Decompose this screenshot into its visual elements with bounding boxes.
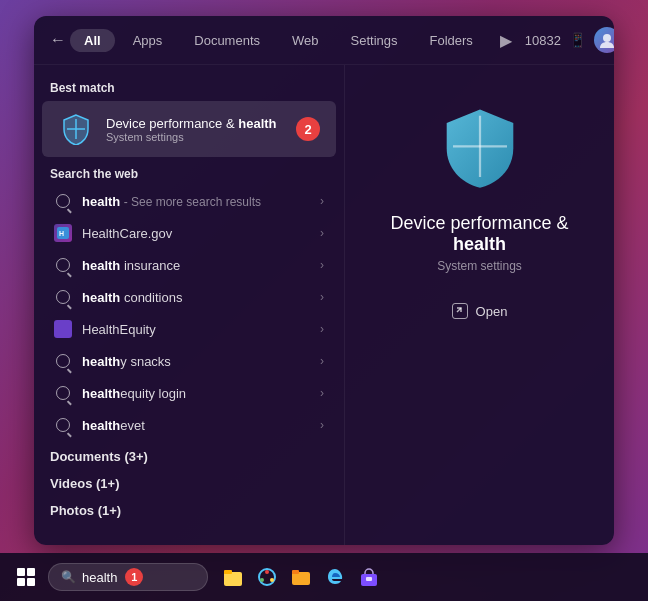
svg-rect-1 (224, 570, 232, 574)
search-icon (54, 416, 72, 434)
file-explorer-icon[interactable] (220, 564, 246, 590)
search-icon (54, 192, 72, 210)
search-icon (54, 288, 72, 306)
svg-point-4 (260, 578, 264, 582)
search-icon: 🔍 (61, 570, 76, 584)
chevron-icon: › (320, 418, 324, 432)
best-match-item[interactable]: Device performance & health System setti… (42, 101, 336, 157)
open-button[interactable]: Open (452, 297, 508, 325)
tab-settings[interactable]: Settings (337, 29, 412, 52)
chevron-icon: › (320, 194, 324, 208)
taskbar-app-icons (220, 564, 382, 590)
chevron-icon: › (320, 322, 324, 336)
search-icon (54, 352, 72, 370)
play-button[interactable]: ▶ (495, 29, 517, 51)
chevron-icon: › (320, 354, 324, 368)
app-icon: H (54, 224, 72, 242)
chevron-icon: › (320, 226, 324, 240)
search-item-text: health insurance (82, 258, 310, 273)
list-item[interactable]: H HealthCare.gov › (38, 217, 340, 249)
search-item-text: health - See more search results (82, 194, 310, 209)
photos-label[interactable]: Photos (1+) (50, 503, 328, 518)
nav-bar: ← All Apps Documents Web Settings Folder… (34, 16, 614, 65)
tab-apps[interactable]: Apps (119, 29, 177, 52)
tab-documents[interactable]: Documents (180, 29, 274, 52)
back-button[interactable]: ← (50, 26, 66, 54)
best-match-sub: System settings (106, 131, 284, 143)
list-item[interactable]: health - See more search results › (38, 185, 340, 217)
list-item[interactable]: healthequity login › (38, 377, 340, 409)
list-item[interactable]: health conditions › (38, 281, 340, 313)
tab-web[interactable]: Web (278, 29, 333, 52)
search-icon (54, 256, 72, 274)
search-popup: ← All Apps Documents Web Settings Folder… (34, 16, 614, 545)
store-icon[interactable] (356, 564, 382, 590)
svg-rect-0 (224, 572, 242, 586)
best-match-title: Device performance & health (106, 116, 284, 131)
web-section-label: Search the web (34, 157, 344, 185)
nav-right: ▶ 10832 📱 ... (495, 27, 614, 53)
taskbar: 🔍 health 1 (0, 553, 648, 601)
videos-label[interactable]: Videos (1+) (50, 476, 328, 491)
search-item-text: healthy snacks (82, 354, 310, 369)
nav-count: 10832 (525, 33, 561, 48)
main-content: Best match Device performance & health (34, 65, 614, 545)
svg-point-3 (265, 570, 269, 574)
right-panel: Device performance & health System setti… (344, 65, 614, 545)
phone-icon: 📱 (569, 32, 586, 48)
list-item[interactable]: healthevet › (38, 409, 340, 441)
search-item-text: HealthEquity (82, 322, 310, 337)
best-match-badge: 2 (296, 117, 320, 141)
svg-rect-7 (292, 570, 299, 574)
windows-logo-icon (17, 568, 35, 586)
search-item-text: health conditions (82, 290, 310, 305)
left-panel: Best match Device performance & health (34, 65, 344, 545)
search-text: health (82, 570, 117, 585)
photos-section: Photos (1+) (34, 495, 344, 522)
paint-icon[interactable] (254, 564, 280, 590)
svg-point-10 (603, 34, 611, 42)
svg-point-5 (270, 578, 274, 582)
search-icon (54, 384, 72, 402)
shield-icon-small (58, 111, 94, 147)
svg-text:H: H (59, 230, 64, 237)
list-item[interactable]: healthy snacks › (38, 345, 340, 377)
docs-section: Documents (3+) (34, 441, 344, 468)
folders-icon[interactable] (288, 564, 314, 590)
list-item[interactable]: HealthEquity › (38, 313, 340, 345)
search-item-text: HealthCare.gov (82, 226, 310, 241)
start-button[interactable] (12, 563, 40, 591)
result-subtitle: System settings (437, 259, 522, 273)
best-match-label: Best match (34, 77, 344, 101)
chevron-icon: › (320, 386, 324, 400)
tab-folders[interactable]: Folders (416, 29, 487, 52)
documents-label[interactable]: Documents (3+) (50, 449, 328, 464)
search-item-text: healthevet (82, 418, 310, 433)
taskbar-search[interactable]: 🔍 health 1 (48, 563, 208, 591)
svg-rect-9 (366, 577, 372, 581)
edge-icon[interactable] (322, 564, 348, 590)
search-badge: 1 (125, 568, 143, 586)
search-item-text: healthequity login (82, 386, 310, 401)
result-title: Device performance & health (365, 213, 594, 255)
tab-all[interactable]: All (70, 29, 115, 52)
videos-section: Videos (1+) (34, 468, 344, 495)
list-item[interactable]: health insurance › (38, 249, 340, 281)
chevron-icon: › (320, 290, 324, 304)
best-match-info: Device performance & health System setti… (106, 116, 284, 143)
avatar[interactable] (594, 27, 614, 53)
shield-icon-large (435, 105, 525, 195)
healthequity-icon (54, 320, 72, 338)
chevron-icon: › (320, 258, 324, 272)
open-icon (452, 303, 468, 319)
